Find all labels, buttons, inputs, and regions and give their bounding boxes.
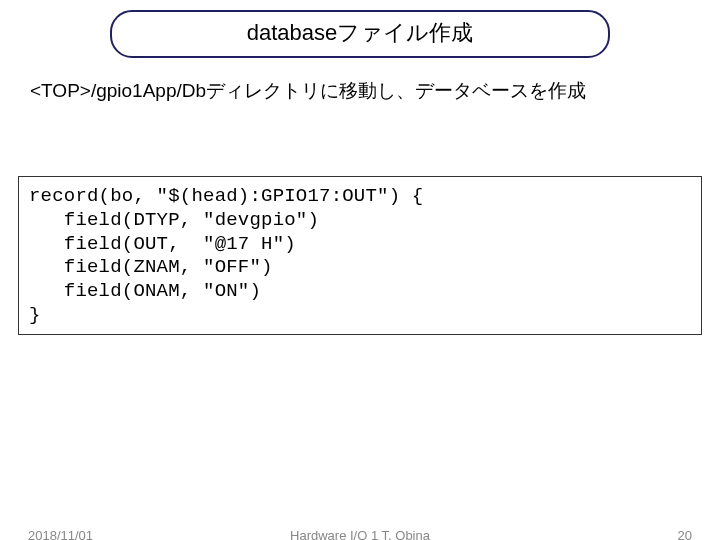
code-block: record(bo, "$(head):GPIO17:OUT") { field… <box>18 176 702 335</box>
footer-page-number: 20 <box>678 528 692 540</box>
footer-date: 2018/11/01 <box>28 528 93 540</box>
footer-center: Hardware I/O 1 T. Obina <box>290 528 430 540</box>
slide-subtitle: <TOP>/gpio1App/Dbディレクトリに移動し、データベースを作成 <box>30 78 586 104</box>
slide-title: databaseファイル作成 <box>110 10 610 58</box>
